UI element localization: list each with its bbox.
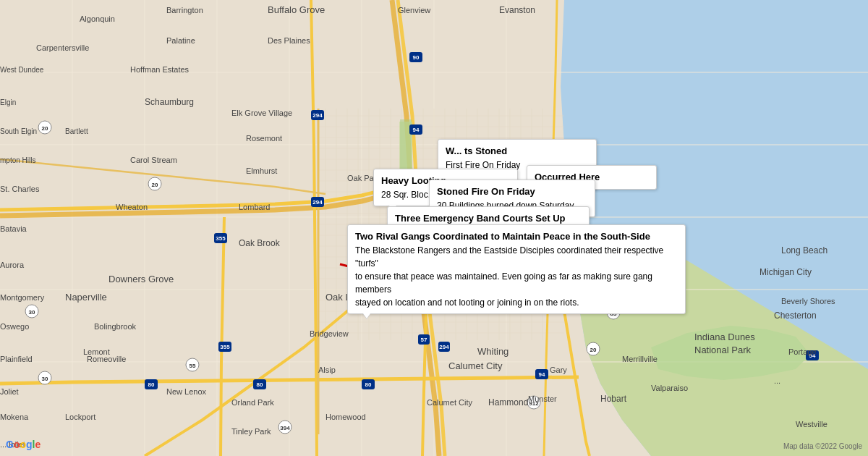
svg-text:30: 30 [29, 309, 35, 316]
svg-text:94: 94 [539, 371, 545, 378]
svg-text:Bolingbrook: Bolingbrook [94, 322, 137, 331]
svg-text:Barrington: Barrington [166, 6, 203, 14]
svg-text:20: 20 [42, 125, 48, 132]
svg-text:Elmhurst: Elmhurst [246, 166, 277, 175]
svg-text:Evanston: Evanston [499, 5, 535, 15]
infobox-gangs-title: Two Rival Gangs Coordinated to Maintain … [355, 229, 678, 244]
svg-text:394: 394 [280, 425, 290, 431]
svg-text:Elk Grove Village: Elk Grove Village [231, 109, 292, 117]
svg-text:Valparaiso: Valparaiso [651, 384, 688, 392]
svg-text:Long Beach: Long Beach [781, 245, 827, 256]
infobox-gangs-line2: to ensure that peace was maintained. Eve… [355, 270, 678, 296]
svg-text:Hammond: Hammond [488, 397, 528, 408]
svg-text:St. Charles: St. Charles [0, 185, 40, 193]
svg-text:Michigan City: Michigan City [760, 267, 812, 277]
svg-text:Lombard: Lombard [239, 203, 270, 211]
svg-text:Carol Stream: Carol Stream [130, 156, 177, 164]
svg-text:Merrillville: Merrillville [622, 355, 658, 363]
svg-text:Portage: Portage [788, 347, 817, 356]
svg-text:Aurora: Aurora [0, 261, 25, 269]
svg-text:Naperville: Naperville [65, 292, 107, 303]
svg-text:Homewood: Homewood [326, 413, 366, 421]
svg-text:20: 20 [152, 182, 158, 188]
svg-text:West Dundee: West Dundee [0, 66, 44, 74]
svg-text:Buffalo Grove: Buffalo Grove [268, 4, 325, 15]
svg-text:Orland Park: Orland Park [231, 398, 274, 407]
svg-text:Carpentersville: Carpentersville [36, 43, 89, 52]
svg-text:Calumet City: Calumet City [448, 360, 503, 371]
svg-text:...: ... [774, 376, 780, 385]
svg-text:Schaumburg: Schaumburg [145, 97, 194, 107]
svg-text:Alsip: Alsip [318, 366, 336, 374]
svg-text:Wheaton: Wheaton [116, 203, 148, 211]
svg-text:mpton Hills: mpton Hills [0, 156, 35, 164]
svg-text:Chesterton: Chesterton [774, 311, 817, 321]
svg-text:294: 294 [439, 344, 449, 350]
svg-text:Tinley Park: Tinley Park [231, 427, 271, 436]
svg-text:355: 355 [220, 344, 230, 350]
svg-text:57: 57 [421, 337, 427, 343]
svg-text:Des Plaines: Des Plaines [268, 36, 310, 45]
infobox-gangs-line1: The Blackstone Rangers and the Eastside … [355, 244, 678, 270]
svg-text:80: 80 [365, 381, 372, 388]
svg-text:Oswego: Oswego [0, 322, 29, 331]
svg-text:294: 294 [312, 199, 323, 206]
svg-text:Montgomery: Montgomery [0, 293, 45, 302]
svg-text:Bridgeview: Bridgeview [310, 329, 349, 338]
svg-text:80: 80 [257, 381, 263, 388]
infobox-first-fire-partial-title: W... ts Stoned [446, 144, 589, 159]
infobox-emergency-title: Three Emergency Band Courts Set Up [395, 211, 582, 226]
svg-text:Oak Brook: Oak Brook [239, 238, 281, 248]
svg-text:Rosemont: Rosemont [246, 134, 282, 143]
svg-text:Joliet: Joliet [0, 387, 19, 396]
svg-text:Hobart: Hobart [600, 394, 627, 404]
infobox-gangs-line3: stayed on location and not looting or jo… [355, 296, 678, 309]
svg-text:Indiana Dunes: Indiana Dunes [694, 332, 755, 342]
svg-text:Glenview: Glenview [398, 6, 430, 14]
map-credit: Map data ©2022 Google [783, 442, 862, 450]
svg-text:Munster: Munster [528, 394, 557, 403]
svg-text:Calumet City: Calumet City [427, 398, 472, 407]
svg-text:Gary: Gary [550, 366, 567, 374]
svg-text:Elgin: Elgin [0, 98, 16, 106]
svg-text:Westville: Westville [796, 420, 827, 428]
svg-text:South Elgin: South Elgin [0, 127, 37, 135]
infobox-gangs: Two Rival Gangs Coordinated to Maintain … [347, 224, 686, 314]
svg-text:30: 30 [42, 376, 48, 382]
svg-text:94: 94 [413, 127, 420, 133]
svg-text:Beverly Shores: Beverly Shores [781, 297, 835, 305]
svg-text:Mokena: Mokena [0, 413, 29, 421]
svg-text:80: 80 [148, 381, 155, 388]
svg-text:Batavia: Batavia [0, 224, 27, 233]
svg-text:Algonquin: Algonquin [80, 14, 115, 23]
google-logo: Google [6, 439, 41, 450]
svg-text:Hoffman Estates: Hoffman Estates [130, 65, 190, 74]
svg-text:20: 20 [590, 347, 597, 353]
map-container: 90 94 290 355 355 294 294 57 57 294 41 2… [0, 0, 868, 456]
svg-text:Downers Grove: Downers Grove [109, 274, 174, 284]
svg-text:90: 90 [413, 54, 420, 61]
svg-text:Lockport: Lockport [65, 413, 95, 421]
svg-text:355: 355 [216, 235, 226, 242]
svg-text:55: 55 [190, 363, 196, 369]
svg-text:Plainfield: Plainfield [0, 355, 33, 363]
svg-text:Whiting: Whiting [477, 346, 509, 357]
svg-text:Palatine: Palatine [166, 36, 195, 45]
svg-text:Bartlett: Bartlett [65, 127, 88, 135]
infobox-stoned-fire-title: Stoned Fire On Friday [437, 185, 587, 199]
svg-text:294: 294 [312, 112, 323, 119]
svg-text:National Park: National Park [694, 345, 752, 355]
svg-text:New Lenox: New Lenox [166, 387, 207, 396]
svg-text:Lemont: Lemont [83, 347, 110, 356]
